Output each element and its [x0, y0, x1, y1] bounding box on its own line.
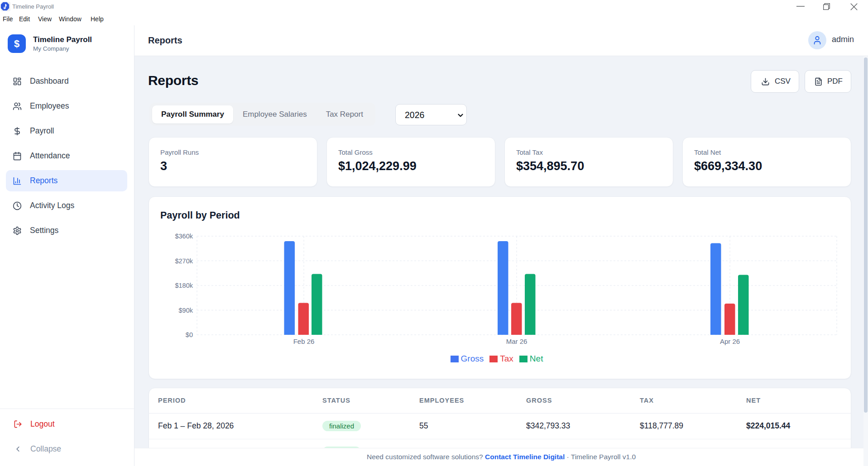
svg-text:Feb 26: Feb 26 — [293, 338, 315, 345]
svg-text:Apr 26: Apr 26 — [720, 338, 740, 345]
svg-text:Mar 26: Mar 26 — [506, 338, 528, 345]
svg-text:$90k: $90k — [179, 307, 193, 314]
svg-text:$270k: $270k — [175, 257, 193, 265]
svg-text:$180k: $180k — [175, 282, 193, 289]
svg-text:$360k: $360k — [175, 233, 193, 240]
svg-text:$0: $0 — [186, 331, 193, 338]
